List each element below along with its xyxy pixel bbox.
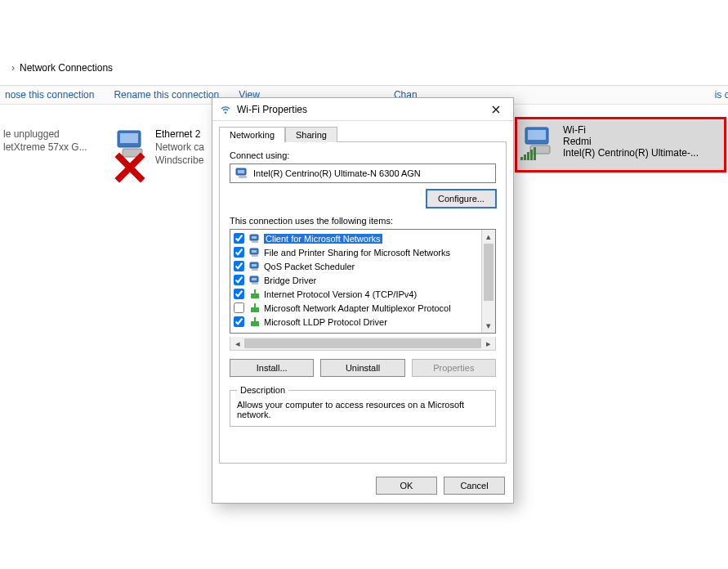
list-item[interactable]: File and Printer Sharing for Microsoft N…	[232, 245, 480, 259]
svg-rect-22	[254, 289, 256, 294]
conn-status: Redmi	[563, 136, 699, 147]
conn-status: le unplugged	[3, 128, 87, 141]
conn-device: Intel(R) Centrino(R) Ultimate-...	[563, 147, 699, 159]
client-icon	[249, 275, 261, 286]
svg-rect-19	[252, 278, 257, 280]
svg-rect-10	[252, 236, 257, 239]
adapter-field[interactable]: Intel(R) Centrino(R) Ultimate-N 6300 AGN	[230, 164, 496, 183]
scroll-thumb[interactable]	[484, 244, 494, 301]
client-icon	[249, 261, 261, 272]
protocol-icon	[249, 302, 261, 314]
list-item[interactable]: Microsoft LLDP Protocol Driver	[232, 315, 480, 329]
list-item[interactable]: Internet Protocol Version 4 (TCP/IPv4)	[232, 287, 480, 301]
disconnected-x-icon	[113, 150, 126, 164]
svg-rect-26	[254, 317, 256, 322]
item-label: Bridge Driver	[264, 276, 316, 285]
item-label: Internet Protocol Version 4 (TCP/IPv4)	[264, 289, 417, 299]
item-label: Client for Microsoft Networks	[264, 234, 382, 244]
nic-icon	[114, 128, 149, 162]
item-label: QoS Packet Scheduler	[264, 262, 355, 271]
svg-rect-14	[252, 255, 258, 257]
properties-button: Properties	[412, 359, 496, 377]
item-checkbox[interactable]	[234, 302, 244, 313]
description-legend: Description	[237, 385, 288, 395]
scroll-down-icon[interactable]: ▾	[482, 319, 495, 333]
horizontal-scrollbar[interactable]: ◂ ▸	[230, 337, 496, 351]
scroll-left-icon[interactable]: ◂	[230, 337, 244, 350]
description-group: Description Allows your computer to acce…	[230, 385, 496, 427]
svg-rect-7	[238, 170, 244, 173]
dialog-titlebar: Wi-Fi Properties	[212, 98, 513, 121]
list-item[interactable]: Client for Microsoft Networks	[232, 231, 480, 245]
uninstall-button[interactable]: Uninstall	[320, 359, 404, 377]
install-button[interactable]: Install...	[230, 359, 314, 377]
tab-sharing[interactable]: Sharing	[285, 127, 337, 142]
svg-rect-24	[254, 303, 256, 308]
svg-rect-13	[252, 250, 257, 253]
change-settings-right[interactable]: is connection	[715, 89, 728, 101]
conn-name: Ethernet 2	[155, 128, 204, 141]
diagnose-connection[interactable]: nose this connection	[5, 89, 94, 101]
dialog-footer: OK Cancel	[212, 470, 513, 503]
connection-card-wifi[interactable]: Wi-Fi Redmi Intel(R) Centrino(R) Ultimat…	[517, 119, 724, 170]
ok-button[interactable]: OK	[376, 477, 437, 495]
item-label: Microsoft Network Adapter Multiplexor Pr…	[264, 303, 451, 313]
items-list[interactable]: Client for Microsoft NetworksFile and Pr…	[230, 229, 496, 334]
item-checkbox[interactable]	[234, 316, 244, 327]
protocol-icon	[249, 289, 261, 300]
item-label: File and Printer Sharing for Microsoft N…	[264, 248, 450, 258]
vertical-scrollbar[interactable]: ▴ ▾	[481, 230, 495, 333]
wifi-icon	[219, 103, 232, 116]
adapter-icon	[235, 168, 248, 179]
rename-connection[interactable]: Rename this connection	[114, 89, 219, 101]
adapter-name: Intel(R) Centrino(R) Ultimate-N 6300 AGN	[253, 168, 421, 178]
wifi-signal-icon	[520, 147, 536, 160]
svg-rect-4	[528, 130, 546, 140]
conn-status: Network ca	[155, 141, 204, 154]
tab-networking[interactable]: Networking	[219, 127, 285, 142]
dialog-title: Wi-Fi Properties	[237, 104, 484, 115]
item-checkbox[interactable]	[234, 261, 244, 271]
chevron-right-icon: ›	[11, 62, 15, 74]
connect-using-label: Connect using:	[230, 150, 496, 160]
client-icon	[249, 247, 261, 258]
dialog-tabs: Networking Sharing	[212, 121, 513, 141]
description-text: Allows your computer to access resources…	[237, 400, 489, 419]
svg-rect-8	[239, 176, 247, 178]
list-item[interactable]: Microsoft Network Adapter Multiplexor Pr…	[232, 301, 480, 315]
item-checkbox[interactable]	[234, 275, 244, 285]
conn-device: Windscribe	[155, 154, 204, 167]
svg-rect-16	[252, 264, 257, 267]
item-checkbox[interactable]	[234, 247, 244, 258]
item-label: Microsoft LLDP Protocol Driver	[264, 317, 387, 327]
items-label: This connection uses the following items…	[230, 216, 496, 226]
svg-rect-1	[120, 133, 138, 143]
networking-panel: Connect using: Intel(R) Centrino(R) Ulti…	[219, 141, 507, 464]
scroll-right-icon[interactable]: ▸	[481, 337, 495, 350]
conn-name: Wi-Fi	[563, 124, 699, 136]
item-checkbox[interactable]	[234, 233, 244, 244]
list-item[interactable]: Bridge Driver	[232, 273, 480, 287]
breadcrumb: › Network Connections	[0, 59, 728, 77]
conn-device: letXtreme 57xx G...	[3, 141, 87, 154]
close-button[interactable]	[484, 101, 508, 118]
client-icon	[249, 233, 261, 244]
wifi-properties-dialog: Wi-Fi Properties Networking Sharing Conn…	[212, 97, 514, 504]
protocol-icon	[249, 316, 261, 328]
breadcrumb-label[interactable]: Network Connections	[20, 62, 113, 74]
connection-card-ethernet2[interactable]: Ethernet 2 Network ca Windscribe	[114, 128, 212, 167]
svg-rect-20	[252, 283, 258, 284]
item-checkbox[interactable]	[234, 289, 244, 299]
svg-rect-17	[252, 269, 258, 271]
nic-icon	[522, 124, 556, 159]
connection-card-partial[interactable]: le unplugged letXtreme 57xx G...	[0, 128, 114, 154]
configure-button[interactable]: Configure...	[427, 190, 496, 208]
scroll-up-icon[interactable]: ▴	[482, 230, 495, 244]
list-item[interactable]: QoS Packet Scheduler	[232, 259, 480, 273]
cancel-button[interactable]: Cancel	[444, 477, 505, 495]
svg-rect-11	[252, 241, 258, 243]
scroll-thumb[interactable]	[244, 338, 481, 348]
